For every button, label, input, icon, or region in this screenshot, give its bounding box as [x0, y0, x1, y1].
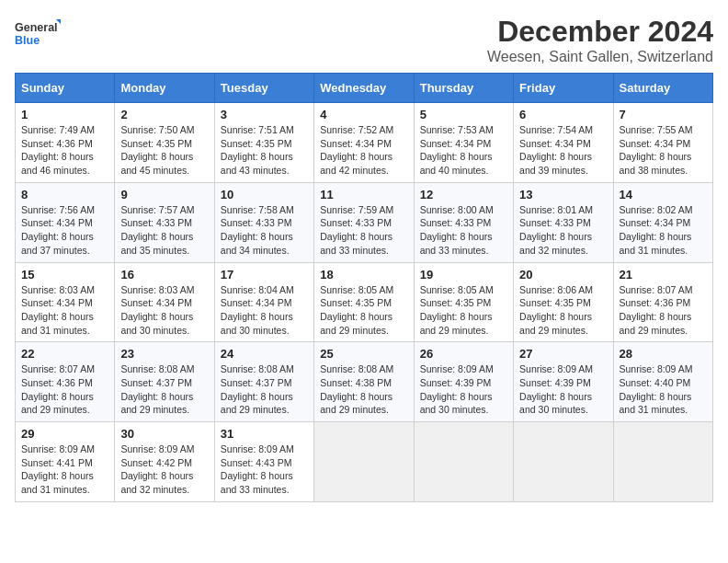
day-info: Sunrise: 7:51 AM Sunset: 4:35 PM Dayligh… [221, 123, 308, 178]
calendar-cell: 31 Sunrise: 8:09 AM Sunset: 4:43 PM Dayl… [214, 422, 313, 502]
calendar-cell: 7 Sunrise: 7:55 AM Sunset: 4:34 PM Dayli… [613, 103, 712, 183]
calendar-cell: 2 Sunrise: 7:50 AM Sunset: 4:35 PM Dayli… [115, 103, 214, 183]
day-info: Sunrise: 8:00 AM Sunset: 4:33 PM Dayligh… [420, 203, 507, 258]
calendar-cell: 4 Sunrise: 7:52 AM Sunset: 4:34 PM Dayli… [314, 103, 414, 183]
day-number: 2 [120, 108, 208, 121]
calendar-cell: 17 Sunrise: 8:04 AM Sunset: 4:34 PM Dayl… [214, 262, 313, 342]
calendar-cell: 3 Sunrise: 7:51 AM Sunset: 4:35 PM Dayli… [214, 103, 313, 183]
day-number: 25 [320, 347, 407, 361]
day-info: Sunrise: 7:49 AM Sunset: 4:36 PM Dayligh… [21, 123, 108, 178]
calendar-cell: 8 Sunrise: 7:56 AM Sunset: 4:34 PM Dayli… [16, 182, 115, 262]
day-info: Sunrise: 8:04 AM Sunset: 4:34 PM Dayligh… [221, 283, 308, 338]
day-number: 19 [420, 268, 507, 282]
day-info: Sunrise: 8:09 AM Sunset: 4:43 PM Dayligh… [221, 442, 308, 497]
day-number: 13 [519, 188, 607, 201]
day-number: 24 [221, 347, 308, 361]
day-info: Sunrise: 8:07 AM Sunset: 4:36 PM Dayligh… [620, 283, 707, 338]
day-number: 4 [320, 108, 407, 121]
svg-text:Blue: Blue [15, 34, 40, 47]
calendar-table: SundayMondayTuesdayWednesdayThursdayFrid… [15, 73, 713, 502]
svg-text:General: General [15, 21, 58, 34]
day-header-tuesday: Tuesday [214, 74, 313, 103]
day-info: Sunrise: 8:02 AM Sunset: 4:34 PM Dayligh… [620, 203, 707, 258]
day-number: 22 [21, 347, 108, 361]
day-info: Sunrise: 7:50 AM Sunset: 4:35 PM Dayligh… [120, 123, 208, 178]
calendar-cell: 20 Sunrise: 8:06 AM Sunset: 4:35 PM Dayl… [514, 262, 613, 342]
calendar-cell: 10 Sunrise: 7:58 AM Sunset: 4:33 PM Dayl… [214, 182, 313, 262]
day-number: 21 [620, 268, 707, 282]
day-number: 26 [420, 347, 507, 361]
calendar-cell [613, 422, 712, 502]
calendar-cell: 14 Sunrise: 8:02 AM Sunset: 4:34 PM Dayl… [613, 182, 712, 262]
subtitle: Weesen, Saint Gallen, Switzerland [487, 49, 713, 65]
calendar-cell [514, 422, 613, 502]
day-number: 7 [620, 108, 707, 121]
week-row-3: 15 Sunrise: 8:03 AM Sunset: 4:34 PM Dayl… [16, 262, 713, 342]
day-info: Sunrise: 8:03 AM Sunset: 4:34 PM Dayligh… [21, 283, 108, 338]
calendar-cell: 16 Sunrise: 8:03 AM Sunset: 4:34 PM Dayl… [115, 262, 214, 342]
calendar-cell: 28 Sunrise: 8:09 AM Sunset: 4:40 PM Dayl… [613, 342, 712, 422]
calendar-cell: 19 Sunrise: 8:05 AM Sunset: 4:35 PM Dayl… [414, 262, 513, 342]
week-row-1: 1 Sunrise: 7:49 AM Sunset: 4:36 PM Dayli… [16, 103, 713, 183]
week-row-5: 29 Sunrise: 8:09 AM Sunset: 4:41 PM Dayl… [16, 422, 713, 502]
week-row-2: 8 Sunrise: 7:56 AM Sunset: 4:34 PM Dayli… [16, 182, 713, 262]
day-number: 18 [320, 268, 407, 282]
day-info: Sunrise: 8:07 AM Sunset: 4:36 PM Dayligh… [21, 362, 108, 417]
day-number: 3 [221, 108, 308, 121]
day-number: 30 [120, 427, 208, 441]
day-number: 1 [21, 108, 108, 121]
day-number: 8 [21, 188, 108, 201]
day-number: 17 [221, 268, 308, 282]
calendar-cell: 27 Sunrise: 8:09 AM Sunset: 4:39 PM Dayl… [514, 342, 613, 422]
calendar-cell: 6 Sunrise: 7:54 AM Sunset: 4:34 PM Dayli… [514, 103, 613, 183]
calendar-cell: 9 Sunrise: 7:57 AM Sunset: 4:33 PM Dayli… [115, 182, 214, 262]
day-number: 12 [420, 188, 507, 201]
day-number: 6 [519, 108, 607, 121]
calendar-cell [314, 422, 414, 502]
day-info: Sunrise: 8:05 AM Sunset: 4:35 PM Dayligh… [420, 283, 507, 338]
day-number: 28 [620, 347, 707, 361]
header: General Blue December 2024 Weesen, Saint… [15, 15, 713, 65]
day-info: Sunrise: 7:55 AM Sunset: 4:34 PM Dayligh… [620, 123, 707, 178]
day-info: Sunrise: 8:09 AM Sunset: 4:39 PM Dayligh… [420, 362, 507, 417]
day-info: Sunrise: 7:58 AM Sunset: 4:33 PM Dayligh… [221, 203, 308, 258]
calendar-cell: 11 Sunrise: 7:59 AM Sunset: 4:33 PM Dayl… [314, 182, 414, 262]
day-number: 27 [519, 347, 607, 361]
day-number: 29 [21, 427, 108, 441]
title-area: December 2024 Weesen, Saint Gallen, Swit… [487, 15, 713, 65]
calendar-cell: 25 Sunrise: 8:08 AM Sunset: 4:38 PM Dayl… [314, 342, 414, 422]
day-header-row: SundayMondayTuesdayWednesdayThursdayFrid… [16, 74, 713, 103]
day-number: 11 [320, 188, 407, 201]
day-info: Sunrise: 8:09 AM Sunset: 4:40 PM Dayligh… [620, 362, 707, 417]
day-info: Sunrise: 8:08 AM Sunset: 4:38 PM Dayligh… [320, 362, 407, 417]
logo-svg: General Blue [15, 15, 61, 52]
day-header-thursday: Thursday [414, 74, 513, 103]
day-info: Sunrise: 8:08 AM Sunset: 4:37 PM Dayligh… [221, 362, 308, 417]
day-info: Sunrise: 7:52 AM Sunset: 4:34 PM Dayligh… [320, 123, 407, 178]
calendar-cell: 1 Sunrise: 7:49 AM Sunset: 4:36 PM Dayli… [16, 103, 115, 183]
calendar-cell: 21 Sunrise: 8:07 AM Sunset: 4:36 PM Dayl… [613, 262, 712, 342]
day-number: 23 [120, 347, 208, 361]
day-header-friday: Friday [514, 74, 613, 103]
day-info: Sunrise: 7:59 AM Sunset: 4:33 PM Dayligh… [320, 203, 407, 258]
calendar-cell: 22 Sunrise: 8:07 AM Sunset: 4:36 PM Dayl… [16, 342, 115, 422]
day-header-sunday: Sunday [16, 74, 115, 103]
calendar-cell: 18 Sunrise: 8:05 AM Sunset: 4:35 PM Dayl… [314, 262, 414, 342]
day-info: Sunrise: 8:06 AM Sunset: 4:35 PM Dayligh… [519, 283, 607, 338]
day-info: Sunrise: 8:05 AM Sunset: 4:35 PM Dayligh… [320, 283, 407, 338]
calendar-cell: 24 Sunrise: 8:08 AM Sunset: 4:37 PM Dayl… [214, 342, 313, 422]
day-info: Sunrise: 8:08 AM Sunset: 4:37 PM Dayligh… [120, 362, 208, 417]
day-info: Sunrise: 8:09 AM Sunset: 4:42 PM Dayligh… [120, 442, 208, 497]
calendar-cell: 12 Sunrise: 8:00 AM Sunset: 4:33 PM Dayl… [414, 182, 513, 262]
calendar-cell: 26 Sunrise: 8:09 AM Sunset: 4:39 PM Dayl… [414, 342, 513, 422]
day-info: Sunrise: 7:56 AM Sunset: 4:34 PM Dayligh… [21, 203, 108, 258]
main-title: December 2024 [487, 15, 713, 49]
day-number: 15 [21, 268, 108, 282]
calendar-cell: 23 Sunrise: 8:08 AM Sunset: 4:37 PM Dayl… [115, 342, 214, 422]
day-info: Sunrise: 8:09 AM Sunset: 4:39 PM Dayligh… [519, 362, 607, 417]
calendar-cell: 29 Sunrise: 8:09 AM Sunset: 4:41 PM Dayl… [16, 422, 115, 502]
day-number: 14 [620, 188, 707, 201]
day-number: 31 [221, 427, 308, 441]
logo: General Blue [15, 15, 61, 52]
day-info: Sunrise: 8:03 AM Sunset: 4:34 PM Dayligh… [120, 283, 208, 338]
